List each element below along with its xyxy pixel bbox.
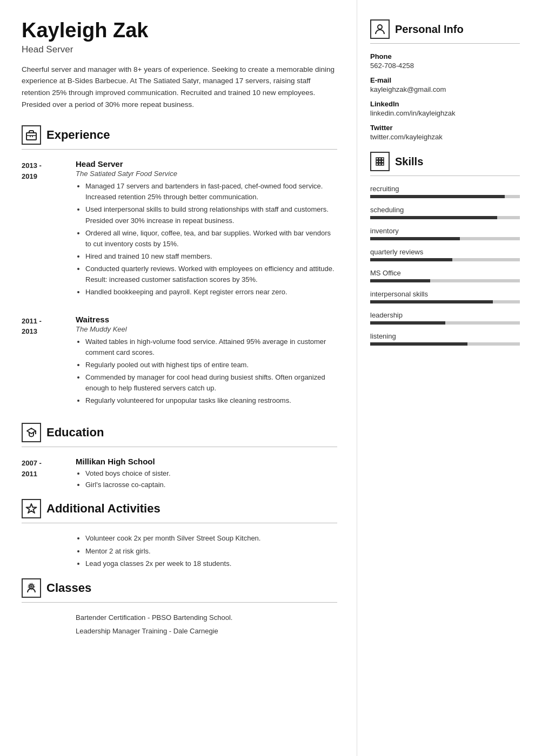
classes-divider bbox=[22, 602, 337, 603]
svg-marker-5 bbox=[26, 504, 37, 513]
education-section-header: Education bbox=[22, 423, 337, 442]
skill-name-4: MS Office bbox=[370, 269, 520, 277]
activities-icon bbox=[22, 499, 41, 518]
skills-icon bbox=[370, 152, 390, 171]
education-divider bbox=[22, 447, 337, 447]
skill-bar-fill-2 bbox=[370, 237, 460, 240]
skills-list: recruitingschedulinginventoryquarterly r… bbox=[370, 185, 520, 346]
skill-bar-bg-3 bbox=[370, 258, 520, 261]
left-column: Kayleigh Zak Head Server Cheerful server… bbox=[0, 0, 357, 756]
experience-section-header: Experience bbox=[22, 125, 337, 145]
activity-item-2: Mentor 2 at risk girls. bbox=[85, 546, 337, 557]
svg-point-9 bbox=[378, 25, 382, 29]
skill-name-1: scheduling bbox=[370, 206, 520, 214]
activity-item-3: Lead yoga classes 2x per week to 18 stud… bbox=[85, 558, 337, 570]
skill-bar-bg-1 bbox=[370, 216, 520, 219]
exp-bullet-1-4: Hired and trained 10 new staff members. bbox=[85, 251, 337, 262]
exp-bullet-1-1: Managed 17 servers and bartenders in fas… bbox=[85, 181, 337, 202]
skill-bar-bg-5 bbox=[370, 300, 520, 303]
exp-company-1: The Satiated Satyr Food Service bbox=[76, 170, 337, 178]
candidate-name: Kayleigh Zak bbox=[22, 19, 337, 42]
skill-bar-fill-0 bbox=[370, 195, 505, 198]
education-icon bbox=[22, 423, 41, 442]
exp-dates-1: 2013 - 2019 bbox=[22, 159, 76, 299]
exp-company-2: The Muddy Keel bbox=[76, 325, 337, 333]
skill-bar-fill-4 bbox=[370, 279, 430, 282]
exp-dates-2: 2011 - 2013 bbox=[22, 315, 76, 408]
skills-title: Skills bbox=[395, 156, 423, 168]
skill-bar-fill-1 bbox=[370, 216, 497, 219]
linkedin-label: LinkedIn bbox=[370, 100, 520, 108]
svg-rect-0 bbox=[26, 133, 36, 140]
classes-icon bbox=[22, 578, 41, 598]
experience-list: 2013 - 2019 Head Server The Satiated Sat… bbox=[22, 159, 337, 408]
exp-content-2: Waitress The Muddy Keel Waited tables in… bbox=[76, 315, 337, 408]
svg-point-7 bbox=[31, 586, 32, 588]
class-item-2: Leadership Manager Training - Dale Carne… bbox=[76, 626, 337, 637]
skill-bar-fill-3 bbox=[370, 258, 452, 261]
exp-bullet-1-6: Handled bookkeeping and payroll. Kept re… bbox=[85, 287, 337, 298]
twitter-value: twitter.com/kayleighzak bbox=[370, 133, 520, 141]
twitter-label: Twitter bbox=[370, 124, 520, 132]
candidate-title: Head Server bbox=[22, 44, 337, 55]
classes-title: Classes bbox=[46, 581, 91, 595]
skill-name-5: interpersonal skills bbox=[370, 290, 520, 298]
email-value: kayleighzak@gmail.com bbox=[370, 85, 520, 93]
classes-list: Bartender Certification - PBSO Bartendin… bbox=[22, 612, 337, 637]
skill-name-3: quarterly reviews bbox=[370, 248, 520, 256]
svg-point-6 bbox=[29, 584, 34, 589]
classes-section-header: Classes bbox=[22, 578, 337, 598]
exp-job-title-1: Head Server bbox=[76, 159, 337, 168]
skills-section: Skills recruitingschedulinginventoryquar… bbox=[370, 152, 520, 346]
exp-bullet-2-4: Regularly volunteered for unpopular task… bbox=[85, 395, 337, 406]
personal-info-icon bbox=[370, 19, 390, 39]
experience-item-1: 2013 - 2019 Head Server The Satiated Sat… bbox=[22, 159, 337, 299]
experience-divider bbox=[22, 149, 337, 150]
class-item-1: Bartender Certification - PBSO Bartendin… bbox=[76, 612, 337, 624]
exp-bullet-1-2: Used interpersonal skills to build stron… bbox=[85, 204, 337, 226]
skill-bar-bg-7 bbox=[370, 342, 520, 346]
personal-info-header: Personal Info bbox=[370, 19, 520, 39]
exp-job-title-2: Waitress bbox=[76, 315, 337, 324]
skills-divider bbox=[370, 176, 520, 176]
personal-info-divider bbox=[370, 43, 520, 44]
email-label: E-mail bbox=[370, 76, 520, 84]
experience-icon bbox=[22, 125, 41, 145]
right-column: Personal Info Phone 562-708-4258 E-mail … bbox=[357, 0, 535, 756]
exp-content-1: Head Server The Satiated Satyr Food Serv… bbox=[76, 159, 337, 299]
exp-bullet-1-5: Conducted quarterly reviews. Worked with… bbox=[85, 264, 337, 285]
edu-bullets-1: Voted boys choice of sister. Girl's lacr… bbox=[76, 468, 337, 490]
skill-bar-fill-7 bbox=[370, 342, 467, 346]
skills-header: Skills bbox=[370, 152, 520, 171]
exp-bullet-1-3: Ordered all wine, liquor, coffee, tea, a… bbox=[85, 228, 337, 249]
edu-content-1: Millikan High School Voted boys choice o… bbox=[76, 457, 337, 490]
activities-list: Volunteer cook 2x per month Silver Stree… bbox=[22, 533, 337, 570]
education-title: Education bbox=[46, 426, 104, 440]
skill-name-7: listening bbox=[370, 332, 520, 340]
skill-bar-bg-4 bbox=[370, 279, 520, 282]
activities-section-header: Additional Activities bbox=[22, 499, 337, 518]
skill-bar-fill-6 bbox=[370, 321, 445, 325]
linkedin-value: linkedin.com/in/kayleighzak bbox=[370, 109, 520, 117]
skill-bar-bg-6 bbox=[370, 321, 520, 325]
exp-bullet-2-3: Commended by manager for cool head durin… bbox=[85, 372, 337, 394]
activities-divider bbox=[22, 523, 337, 523]
experience-title: Experience bbox=[46, 128, 110, 142]
edu-bullet-1-1: Voted boys choice of sister. bbox=[85, 468, 337, 479]
skill-name-6: leadership bbox=[370, 311, 520, 319]
edu-dates-1: 2007 - 2011 bbox=[22, 457, 76, 490]
skill-bar-bg-2 bbox=[370, 237, 520, 240]
education-list: 2007 - 2011 Millikan High School Voted b… bbox=[22, 457, 337, 490]
exp-bullet-2-1: Waited tables in high-volume food servic… bbox=[85, 336, 337, 358]
exp-bullet-2-2: Regularly pooled out with highest tips o… bbox=[85, 360, 337, 370]
edu-bullet-1-2: Girl's lacrosse co-captain. bbox=[85, 480, 337, 490]
candidate-summary: Cheerful server and manager with 8+ year… bbox=[22, 64, 337, 110]
skill-name-2: inventory bbox=[370, 227, 520, 235]
skill-bar-bg-0 bbox=[370, 195, 520, 198]
personal-info-title: Personal Info bbox=[395, 23, 464, 36]
education-item-1: 2007 - 2011 Millikan High School Voted b… bbox=[22, 457, 337, 490]
activity-item-1: Volunteer cook 2x per month Silver Stree… bbox=[85, 533, 337, 544]
skill-name-0: recruiting bbox=[370, 185, 520, 193]
phone-label: Phone bbox=[370, 52, 520, 60]
exp-bullets-2: Waited tables in high-volume food servic… bbox=[76, 336, 337, 407]
